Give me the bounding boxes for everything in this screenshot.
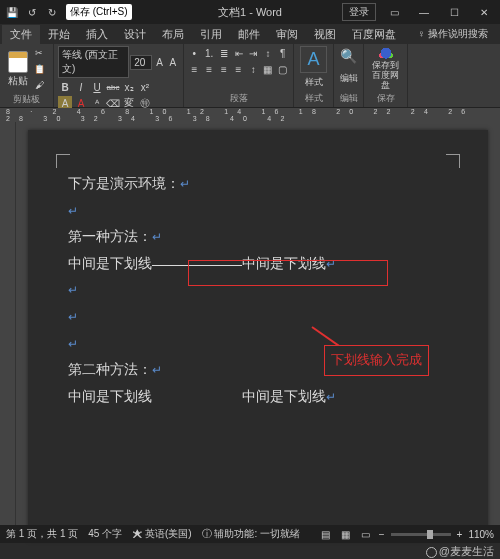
annotation-caption: 下划线输入完成 xyxy=(324,345,429,376)
shading-icon[interactable]: ▦ xyxy=(262,62,275,76)
tab-references[interactable]: 引用 xyxy=(192,25,230,44)
redo-icon[interactable]: ↻ xyxy=(44,4,60,20)
editing-label[interactable]: 编辑 xyxy=(340,72,358,85)
page[interactable]: 下方是演示环境：↵ ↵ 第一种方法：↵ 中间是下划线中间是下划线↵ ↵ ↵ ↵ … xyxy=(28,130,488,540)
minimize-icon[interactable]: — xyxy=(412,2,436,22)
zoom-slider[interactable] xyxy=(391,533,451,536)
status-lang[interactable]: 🟊 英语(美国) xyxy=(132,527,191,541)
styles-gallery[interactable]: A xyxy=(300,46,326,73)
margin-corner-tr xyxy=(446,154,460,168)
doc-line-blank1: ↵ xyxy=(68,197,448,224)
doc-line-method1: 第一种方法：↵ xyxy=(68,223,448,250)
justify-icon[interactable]: ≡ xyxy=(232,62,245,76)
tab-view[interactable]: 视图 xyxy=(306,25,344,44)
styles-label: 样式 xyxy=(305,76,323,89)
status-accessibility[interactable]: ⓘ 辅助功能: 一切就绪 xyxy=(202,527,300,541)
ribbon: 粘贴 ✂ 📋 🖌 剪贴板 等线 (西文正文) 20 A A B I U abc xyxy=(0,44,500,108)
superscript-button[interactable]: x² xyxy=(138,80,152,94)
zoom-level[interactable]: 110% xyxy=(468,529,494,540)
paste-button[interactable]: 粘贴 xyxy=(4,49,32,90)
doc-line-intro: 下方是演示环境：↵ xyxy=(68,170,448,197)
italic-button[interactable]: I xyxy=(74,80,88,94)
ribbon-display-icon[interactable]: ▭ xyxy=(382,2,406,22)
group-label-styles: 样式 xyxy=(305,91,323,105)
close-icon[interactable]: ✕ xyxy=(472,2,496,22)
paste-icon xyxy=(8,51,28,73)
group-label-paragraph: 段落 xyxy=(188,91,289,105)
group-label-clipboard: 剪贴板 xyxy=(4,92,49,106)
doc-line-blank3: ↵ xyxy=(68,303,448,330)
group-label-editing: 编辑 xyxy=(340,91,358,105)
align-center-icon[interactable]: ≡ xyxy=(203,62,216,76)
font-size-select[interactable]: 20 xyxy=(130,55,152,70)
statusbar: 第 1 页，共 1 页 45 个字 🟊 英语(美国) ⓘ 辅助功能: 一切就绪 … xyxy=(0,525,500,543)
view-read-icon[interactable]: ▤ xyxy=(319,527,333,541)
zoom-in-icon[interactable]: + xyxy=(457,529,463,540)
group-font: 等线 (西文正文) 20 A A B I U abc x₂ x² A A ᴬ ⌫… xyxy=(54,44,184,107)
grow-font-icon[interactable]: A xyxy=(153,55,165,69)
subscript-button[interactable]: x₂ xyxy=(122,80,136,94)
maximize-icon[interactable]: ☐ xyxy=(442,2,466,22)
baidu-line1: 保存到 xyxy=(372,60,399,70)
copy-icon[interactable]: 📋 xyxy=(32,62,46,76)
bullets-icon[interactable]: • xyxy=(188,46,201,60)
ruler-horizontal[interactable]: 8 · 2 4 6 8 10 12 14 16 18 20 22 24 26 2… xyxy=(0,108,500,122)
tab-design[interactable]: 设计 xyxy=(116,25,154,44)
align-right-icon[interactable]: ≡ xyxy=(217,62,230,76)
annotation-arrow-icon xyxy=(312,326,314,328)
tab-start[interactable]: 开始 xyxy=(40,25,78,44)
zoom-out-icon[interactable]: − xyxy=(379,529,385,540)
tab-review[interactable]: 审阅 xyxy=(268,25,306,44)
baidu-line2: 百度网盘 xyxy=(372,70,399,90)
line-spacing-icon[interactable]: ↕ xyxy=(247,62,260,76)
group-editing: 🔍 编辑 编辑 xyxy=(334,44,364,107)
shrink-font-icon[interactable]: A xyxy=(167,55,179,69)
group-baidu: 保存到 百度网盘 保存 xyxy=(364,44,408,107)
status-page[interactable]: 第 1 页，共 1 页 xyxy=(6,527,78,541)
baidu-disk-icon[interactable] xyxy=(375,48,397,61)
login-button[interactable]: 登录 xyxy=(342,3,376,21)
numbering-icon[interactable]: 1. xyxy=(203,46,216,60)
show-marks-icon[interactable]: ¶ xyxy=(276,46,289,60)
view-web-icon[interactable]: ▭ xyxy=(359,527,373,541)
undo-icon[interactable]: ↺ xyxy=(24,4,40,20)
view-print-icon[interactable]: ▦ xyxy=(339,527,353,541)
increase-indent-icon[interactable]: ⇥ xyxy=(247,46,260,60)
status-words[interactable]: 45 个字 xyxy=(88,527,122,541)
watermark-icon xyxy=(426,547,437,558)
save-icon[interactable]: 💾 xyxy=(4,4,20,20)
find-icon[interactable]: 🔍 xyxy=(339,46,359,66)
tab-insert[interactable]: 插入 xyxy=(78,25,116,44)
bold-button[interactable]: B xyxy=(58,80,72,94)
underline-button[interactable]: U xyxy=(90,80,104,94)
save-tooltip: 保存 (Ctrl+S) xyxy=(66,4,132,20)
font-name-select[interactable]: 等线 (西文正文) xyxy=(58,46,129,78)
tab-mail[interactable]: 邮件 xyxy=(230,25,268,44)
ruler-marks: 8 · 2 4 6 8 10 12 14 16 18 20 22 24 26 2… xyxy=(6,108,500,122)
annotation-box xyxy=(188,260,388,286)
strike-button[interactable]: abc xyxy=(106,80,120,94)
decrease-indent-icon[interactable]: ⇤ xyxy=(232,46,245,60)
document-area: 下方是演示环境：↵ ↵ 第一种方法：↵ 中间是下划线中间是下划线↵ ↵ ↵ ↵ … xyxy=(0,122,500,542)
align-left-icon[interactable]: ≡ xyxy=(188,62,201,76)
borders-icon[interactable]: ▢ xyxy=(276,62,289,76)
sort-icon[interactable]: ↕ xyxy=(262,46,275,60)
group-paragraph: • 1. ≣ ⇤ ⇥ ↕ ¶ ≡ ≡ ≡ ≡ ↕ ▦ ▢ 段落 xyxy=(184,44,294,107)
multilevel-icon[interactable]: ≣ xyxy=(217,46,230,60)
ribbon-tabs: 文件 开始 插入 设计 布局 引用 邮件 审阅 视图 百度网盘 ♀ 操作说明搜索 xyxy=(0,24,500,44)
group-clipboard: 粘贴 ✂ 📋 🖌 剪贴板 xyxy=(0,44,54,107)
cut-icon[interactable]: ✂ xyxy=(32,46,46,60)
tab-layout[interactable]: 布局 xyxy=(154,25,192,44)
tell-me-search[interactable]: ♀ 操作说明搜索 xyxy=(410,25,496,43)
tab-file[interactable]: 文件 xyxy=(2,25,40,44)
titlebar: 💾 ↺ ↻ 保存 (Ctrl+S) 文档1 - Word 登录 ▭ — ☐ ✕ xyxy=(0,0,500,24)
ruler-vertical[interactable] xyxy=(0,122,16,542)
document-title: 文档1 - Word xyxy=(218,5,282,20)
format-painter-icon[interactable]: 🖌 xyxy=(32,78,46,92)
doc-line-underline2: 中间是下划线中间是下划线↵ xyxy=(68,383,448,410)
tab-baidu[interactable]: 百度网盘 xyxy=(344,25,404,44)
margin-corner-tl xyxy=(56,154,70,168)
group-styles: A 样式 样式 xyxy=(294,44,334,107)
watermark: @麦麦生活 xyxy=(426,544,494,559)
group-label-baidu: 保存 xyxy=(377,91,395,105)
